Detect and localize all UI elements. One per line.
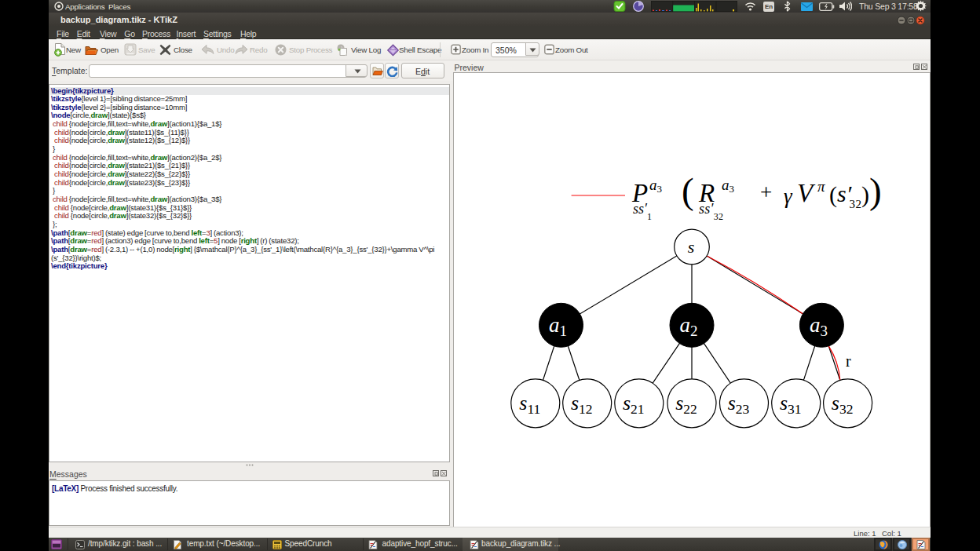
svg-text:(: ( xyxy=(829,181,837,208)
svg-text:a3: a3 xyxy=(722,177,734,195)
svg-text:ss′32: ss′32 xyxy=(699,201,723,222)
svg-text:): ) xyxy=(861,181,869,208)
svg-text:γ: γ xyxy=(784,184,793,208)
svg-text:r: r xyxy=(846,352,851,370)
svg-text:V: V xyxy=(797,179,816,207)
svg-text:(: ( xyxy=(682,170,694,211)
svg-text:+: + xyxy=(760,181,772,204)
svg-text:ss′1: ss′1 xyxy=(633,201,652,222)
svg-text:a3: a3 xyxy=(649,177,662,195)
svg-text:s: s xyxy=(688,237,695,257)
svg-text:): ) xyxy=(869,170,882,211)
svg-text:π: π xyxy=(817,178,825,195)
svg-text:32: 32 xyxy=(850,198,862,210)
